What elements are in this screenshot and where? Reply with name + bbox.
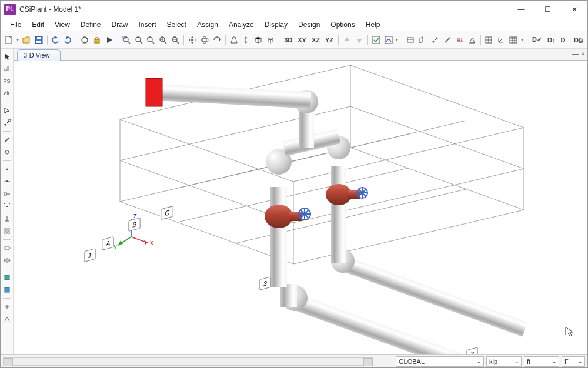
snap-grid-button[interactable] bbox=[2, 226, 12, 236]
new-model-dropdown[interactable]: ▾ bbox=[15, 37, 20, 42]
menu-draw[interactable]: Draw bbox=[107, 19, 133, 30]
clear-selection-button[interactable]: clr bbox=[2, 88, 12, 99]
object-fill-button[interactable] bbox=[252, 34, 264, 46]
zoom-in-button[interactable] bbox=[157, 34, 169, 46]
snap-perpendicular-button[interactable] bbox=[2, 213, 12, 224]
reshape-tool-button[interactable] bbox=[2, 118, 12, 128]
design-combo-button[interactable]: D↕ bbox=[545, 34, 557, 46]
svg-rect-49 bbox=[4, 193, 6, 195]
zoom-window-button[interactable] bbox=[121, 34, 132, 46]
render-wire-button[interactable] bbox=[2, 243, 12, 253]
svg-rect-84 bbox=[270, 187, 287, 287]
statusbar: GLOBAL kip ft F bbox=[1, 354, 587, 367]
show-axes-button[interactable] bbox=[495, 34, 507, 46]
menu-edit[interactable]: Edit bbox=[27, 19, 49, 30]
menu-select[interactable]: Select bbox=[162, 19, 191, 30]
joint-display-button[interactable] bbox=[429, 34, 441, 46]
shrink-button[interactable] bbox=[240, 34, 252, 46]
zoom-out-button[interactable] bbox=[169, 34, 181, 46]
menu-design[interactable]: Design bbox=[293, 19, 325, 30]
menu-view[interactable]: View bbox=[50, 19, 75, 30]
perspective-button[interactable] bbox=[228, 34, 240, 46]
rotate-3d-button[interactable] bbox=[199, 34, 211, 46]
menu-define[interactable]: Define bbox=[76, 19, 106, 30]
show-deformed-button[interactable] bbox=[383, 34, 395, 46]
section-cut-button[interactable] bbox=[417, 34, 429, 46]
horizontal-scrollbar[interactable] bbox=[3, 357, 373, 366]
design-detail-button[interactable]: D↓ bbox=[558, 34, 570, 46]
frame-display-button[interactable] bbox=[442, 34, 453, 46]
menu-file[interactable]: File bbox=[5, 19, 26, 30]
menu-display[interactable]: Display bbox=[260, 19, 292, 30]
tab-minimize-icon[interactable]: — bbox=[572, 50, 579, 58]
show-grid-button[interactable] bbox=[483, 34, 495, 46]
length-unit-select[interactable]: ft bbox=[524, 356, 559, 367]
show-frame-button[interactable] bbox=[2, 272, 12, 283]
select-pointer-button[interactable] bbox=[2, 105, 12, 116]
snap-intersection-button[interactable] bbox=[2, 201, 12, 212]
snap-point-button[interactable] bbox=[2, 164, 12, 175]
select-all-button[interactable]: all bbox=[2, 63, 12, 74]
view-xz-button[interactable]: XZ bbox=[309, 34, 322, 46]
show-deformed-dropdown[interactable]: ▾ bbox=[395, 37, 399, 42]
force-unit-select[interactable]: kip bbox=[486, 356, 522, 367]
menu-analyze[interactable]: Analyze bbox=[224, 19, 259, 30]
move-up-button[interactable] bbox=[341, 34, 353, 46]
menu-insert[interactable]: Insert bbox=[134, 19, 161, 30]
view-3d-button[interactable]: 3D bbox=[282, 34, 295, 46]
undo-button[interactable] bbox=[50, 34, 62, 46]
snap-end-button[interactable] bbox=[2, 189, 12, 199]
pan-button[interactable] bbox=[186, 34, 198, 46]
coord-system-select[interactable]: GLOBAL bbox=[396, 356, 484, 367]
menu-help[interactable]: Help bbox=[361, 19, 385, 30]
view-xy-button[interactable]: XY bbox=[295, 34, 309, 46]
load-display-button[interactable] bbox=[454, 34, 466, 46]
named-view-button[interactable] bbox=[405, 34, 416, 46]
svg-rect-45 bbox=[9, 119, 11, 121]
window-minimize-button[interactable]: — bbox=[508, 1, 534, 18]
render-shaded-button[interactable] bbox=[2, 255, 12, 266]
previous-selection-button[interactable]: PS bbox=[2, 76, 12, 86]
misc-tool-1-button[interactable] bbox=[2, 302, 12, 312]
svg-point-59 bbox=[4, 246, 10, 250]
tab-close-icon[interactable]: × bbox=[581, 50, 585, 58]
move-down-button[interactable] bbox=[353, 34, 365, 46]
support-display-button[interactable] bbox=[466, 34, 478, 46]
design-check-button[interactable]: D✓ bbox=[530, 34, 544, 46]
svg-line-7 bbox=[128, 41, 130, 44]
save-button[interactable] bbox=[33, 34, 45, 46]
show-section-button[interactable] bbox=[2, 285, 12, 295]
orbit-button[interactable] bbox=[211, 34, 223, 46]
window-maximize-button[interactable]: ☐ bbox=[534, 1, 561, 18]
svg-rect-44 bbox=[4, 125, 5, 126]
misc-tool-2-button[interactable] bbox=[2, 314, 12, 324]
design-report-button[interactable]: D⎙ bbox=[572, 34, 585, 46]
new-model-button[interactable] bbox=[3, 34, 15, 46]
viewport-wrap: 3-D View — × bbox=[14, 49, 587, 354]
model-name: Model 1* bbox=[53, 5, 81, 14]
refresh-button[interactable] bbox=[79, 34, 91, 46]
window-close-button[interactable]: ✕ bbox=[561, 1, 587, 18]
redo-button[interactable] bbox=[62, 34, 74, 46]
lock-button[interactable] bbox=[91, 34, 103, 46]
svg-point-9 bbox=[136, 37, 141, 42]
temp-unit-select[interactable]: F bbox=[562, 356, 585, 367]
menu-options[interactable]: Options bbox=[326, 19, 359, 30]
table-dropdown[interactable]: ▾ bbox=[520, 37, 524, 42]
draw-pipe-button[interactable] bbox=[2, 135, 12, 145]
zoom-previous-button[interactable] bbox=[145, 34, 157, 46]
open-button[interactable] bbox=[21, 34, 32, 46]
menu-assign[interactable]: Assign bbox=[192, 19, 223, 30]
extrude-button[interactable] bbox=[265, 34, 276, 46]
tab-3d-view[interactable]: 3-D View bbox=[17, 49, 61, 61]
run-analysis-button[interactable] bbox=[103, 34, 115, 46]
check-model-button[interactable] bbox=[370, 34, 382, 46]
zoom-extents-button[interactable] bbox=[133, 34, 145, 46]
snap-midpoint-button[interactable] bbox=[2, 176, 12, 187]
table-button[interactable] bbox=[507, 34, 519, 46]
pointer-tool-button[interactable] bbox=[2, 51, 12, 62]
viewport-3d[interactable]: x y z bbox=[14, 61, 587, 354]
draw-node-button[interactable] bbox=[2, 147, 12, 158]
svg-rect-77 bbox=[289, 293, 513, 354]
view-yz-button[interactable]: YZ bbox=[323, 34, 336, 46]
